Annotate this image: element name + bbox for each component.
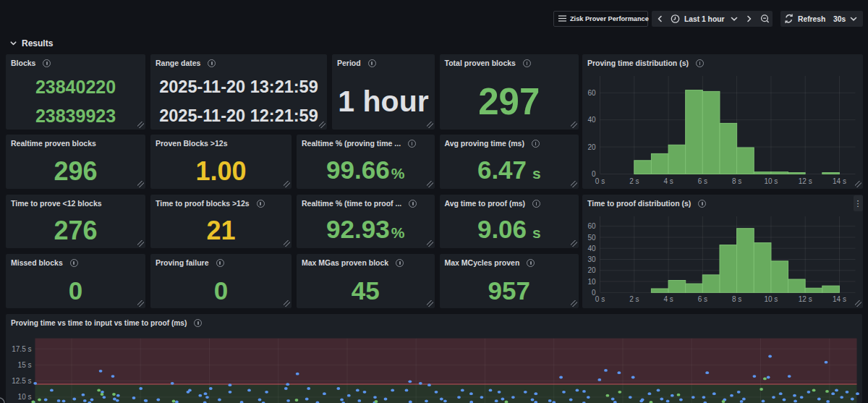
svg-text:0 s: 0 s bbox=[595, 177, 605, 185]
svg-text:2 s: 2 s bbox=[629, 295, 639, 303]
svg-text:12 s: 12 s bbox=[799, 295, 812, 303]
svg-text:17.5 s: 17.5 s bbox=[12, 345, 31, 353]
svg-text:14 s: 14 s bbox=[833, 295, 846, 303]
svg-text:30s: 30s bbox=[833, 14, 846, 22]
svg-text:15 s: 15 s bbox=[18, 361, 32, 369]
svg-text:50: 50 bbox=[587, 234, 596, 242]
svg-text:Last 1 hour: Last 1 hour bbox=[684, 14, 725, 22]
svg-text:20: 20 bbox=[587, 143, 596, 151]
svg-text:12 s: 12 s bbox=[799, 177, 812, 185]
svg-text:60: 60 bbox=[587, 89, 596, 97]
svg-text:30: 30 bbox=[587, 255, 596, 263]
svg-text:Refresh: Refresh bbox=[798, 14, 825, 22]
svg-text:10 s: 10 s bbox=[764, 177, 778, 185]
svg-text:10 s: 10 s bbox=[764, 295, 778, 303]
svg-text:6 s: 6 s bbox=[698, 177, 707, 185]
svg-text:12.5 s: 12.5 s bbox=[12, 377, 31, 385]
svg-text:4 s: 4 s bbox=[663, 177, 673, 185]
svg-text:10: 10 bbox=[587, 278, 596, 286]
svg-text:0 s: 0 s bbox=[595, 295, 605, 303]
svg-text:6 s: 6 s bbox=[698, 295, 707, 303]
svg-text:8 s: 8 s bbox=[732, 295, 741, 303]
svg-text:10 s: 10 s bbox=[18, 393, 32, 401]
svg-text:2 s: 2 s bbox=[629, 177, 639, 185]
svg-text:8 s: 8 s bbox=[732, 177, 741, 185]
svg-text:60: 60 bbox=[587, 222, 596, 230]
svg-text:4 s: 4 s bbox=[663, 295, 673, 303]
svg-text:14 s: 14 s bbox=[833, 177, 846, 185]
svg-text:20: 20 bbox=[587, 266, 596, 274]
svg-text:40: 40 bbox=[587, 116, 596, 124]
svg-text:40: 40 bbox=[587, 245, 596, 253]
